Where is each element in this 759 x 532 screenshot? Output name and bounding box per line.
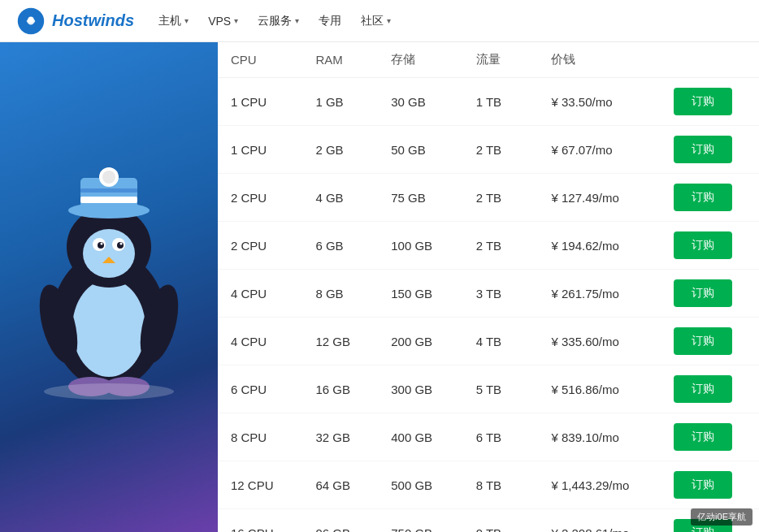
header-bandwidth: 流量: [463, 42, 539, 78]
table-row: 1 CPU2 GB50 GB2 TB¥ 67.07/mo订购: [218, 126, 759, 174]
chevron-down-icon: ▾: [234, 16, 238, 25]
nav-item-专用[interactable]: 专用: [319, 14, 341, 28]
nav-item-主机[interactable]: 主机▾: [158, 14, 189, 28]
order-button[interactable]: 订购: [674, 184, 732, 211]
main-content: CPU RAM 存储 流量 价钱 1 CPU1 GB30 GB1 TB¥ 33.…: [0, 42, 759, 532]
cell-price: ¥ 516.86/mo: [538, 365, 661, 413]
header-storage: 存储: [378, 42, 462, 78]
svg-point-1: [28, 16, 33, 22]
cell-bandwidth: 2 TB: [463, 126, 539, 174]
order-button[interactable]: 订购: [674, 231, 732, 259]
svg-rect-15: [80, 197, 137, 203]
cell-bandwidth: 3 TB: [463, 270, 539, 318]
cell-ram: 16 GB: [302, 365, 378, 413]
table-row: 2 CPU6 GB100 GB2 TB¥ 194.62/mo订购: [218, 222, 759, 270]
nav-item-社区[interactable]: 社区▾: [361, 14, 391, 28]
cell-bandwidth: 4 TB: [463, 318, 539, 365]
cell-cpu: 4 CPU: [218, 318, 302, 365]
cell-price: ¥ 2,208.61/mo: [538, 509, 661, 533]
cell-ram: 12 GB: [302, 318, 378, 365]
table-body: 1 CPU1 GB30 GB1 TB¥ 33.50/mo订购1 CPU2 GB5…: [218, 78, 759, 533]
header-price: 价钱: [538, 42, 661, 78]
cell-storage: 200 GB: [378, 318, 462, 365]
cell-price: ¥ 67.07/mo: [538, 126, 661, 174]
left-panel: [0, 42, 218, 532]
penguin-illustration: [0, 42, 218, 532]
svg-point-5: [83, 229, 135, 278]
order-button[interactable]: 订购: [674, 279, 732, 307]
svg-point-3: [72, 279, 145, 377]
table-row: 16 CPU96 GB750 GB9 TB¥ 2,208.61/mo订购: [218, 509, 759, 533]
nav-item-VPS[interactable]: VPS▾: [208, 15, 238, 28]
cell-ram: 8 GB: [302, 270, 378, 318]
cell-storage: 300 GB: [378, 365, 462, 413]
cell-cpu: 4 CPU: [218, 270, 302, 318]
right-panel: CPU RAM 存储 流量 价钱 1 CPU1 GB30 GB1 TB¥ 33.…: [218, 42, 759, 532]
logo[interactable]: Hostwinds: [16, 6, 134, 36]
cell-action: 订购: [661, 461, 759, 509]
cell-cpu: 12 CPU: [218, 461, 302, 509]
nav-items: 主机▾VPS▾云服务▾专用社区▾: [158, 14, 391, 28]
order-button[interactable]: 订购: [674, 327, 732, 355]
cell-cpu: 2 CPU: [218, 174, 302, 222]
order-button[interactable]: 订购: [674, 375, 732, 403]
order-button[interactable]: 订购: [674, 423, 732, 451]
cell-ram: 1 GB: [302, 78, 378, 126]
nav-item-云服务[interactable]: 云服务▾: [258, 14, 299, 28]
cell-price: ¥ 839.10/mo: [538, 413, 661, 461]
header-action: [661, 42, 759, 78]
cell-storage: 75 GB: [378, 174, 462, 222]
chevron-down-icon: ▾: [295, 16, 299, 25]
cell-storage: 750 GB: [378, 509, 462, 533]
cell-ram: 96 GB: [302, 509, 378, 533]
svg-rect-16: [80, 188, 137, 192]
cell-bandwidth: 9 TB: [463, 509, 539, 533]
pricing-table: CPU RAM 存储 流量 价钱 1 CPU1 GB30 GB1 TB¥ 33.…: [218, 42, 759, 532]
cell-cpu: 1 CPU: [218, 78, 302, 126]
cell-bandwidth: 1 TB: [463, 78, 539, 126]
table-row: 12 CPU64 GB500 GB8 TB¥ 1,443.29/mo订购: [218, 461, 759, 509]
table-row: 4 CPU12 GB200 GB4 TB¥ 335.60/mo订购: [218, 318, 759, 365]
cell-bandwidth: 5 TB: [463, 365, 539, 413]
cell-bandwidth: 2 TB: [463, 174, 539, 222]
cell-action: 订购: [661, 78, 759, 126]
cell-storage: 30 GB: [378, 78, 462, 126]
cell-price: ¥ 194.62/mo: [538, 222, 661, 270]
cell-price: ¥ 261.75/mo: [538, 270, 661, 318]
svg-point-11: [120, 242, 123, 244]
cell-action: 订购: [661, 413, 759, 461]
cell-storage: 50 GB: [378, 126, 462, 174]
watermark: 亿动i0E享航: [691, 508, 752, 526]
svg-point-10: [101, 242, 103, 244]
penguin-svg: [28, 166, 190, 409]
order-button[interactable]: 订购: [674, 88, 732, 115]
cell-ram: 32 GB: [302, 413, 378, 461]
logo-icon: [16, 6, 46, 36]
logo-text: Hostwinds: [52, 11, 134, 30]
chevron-down-icon: ▾: [184, 16, 189, 25]
table-row: 1 CPU1 GB30 GB1 TB¥ 33.50/mo订购: [218, 78, 759, 126]
order-button[interactable]: 订购: [674, 471, 732, 499]
cell-storage: 150 GB: [378, 270, 462, 318]
cell-action: 订购: [661, 222, 759, 270]
order-button[interactable]: 订购: [674, 136, 732, 163]
cell-bandwidth: 8 TB: [463, 461, 539, 509]
table-row: 4 CPU8 GB150 GB3 TB¥ 261.75/mo订购: [218, 270, 759, 318]
cell-ram: 64 GB: [302, 461, 378, 509]
cell-storage: 500 GB: [378, 461, 462, 509]
cell-storage: 100 GB: [378, 222, 462, 270]
cell-cpu: 6 CPU: [218, 365, 302, 413]
cell-ram: 2 GB: [302, 126, 378, 174]
cell-action: 订购: [661, 174, 759, 222]
table-header-row: CPU RAM 存储 流量 价钱: [218, 42, 759, 78]
table-row: 2 CPU4 GB75 GB2 TB¥ 127.49/mo订购: [218, 174, 759, 222]
cell-bandwidth: 6 TB: [463, 413, 539, 461]
svg-point-18: [102, 171, 115, 184]
cell-price: ¥ 127.49/mo: [538, 174, 661, 222]
cell-action: 订购: [661, 365, 759, 413]
cell-price: ¥ 1,443.29/mo: [538, 461, 661, 509]
chevron-down-icon: ▾: [387, 16, 391, 25]
cell-action: 订购: [661, 126, 759, 174]
cell-action: 订购: [661, 318, 759, 365]
table-row: 8 CPU32 GB400 GB6 TB¥ 839.10/mo订购: [218, 413, 759, 461]
